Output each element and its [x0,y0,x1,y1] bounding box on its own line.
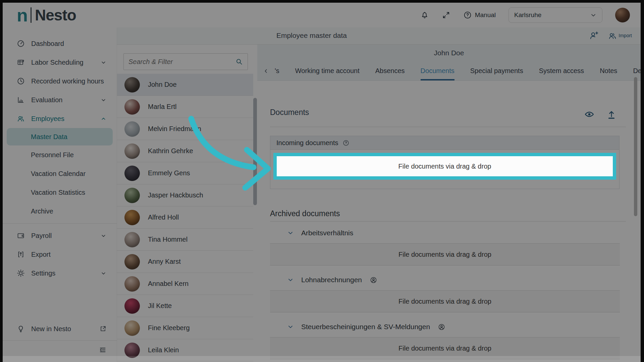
window-bottom-strip [3,356,641,362]
dropzone-label: File documents via drag & drop [398,163,491,170]
window-frame [0,0,3,362]
window-frame [641,0,644,362]
app-window: n Nesto [0,0,644,362]
incoming-dropzone-highlighted[interactable]: File documents via drag & drop [273,153,616,180]
dim-overlay [0,0,644,362]
window-frame [0,0,644,3]
